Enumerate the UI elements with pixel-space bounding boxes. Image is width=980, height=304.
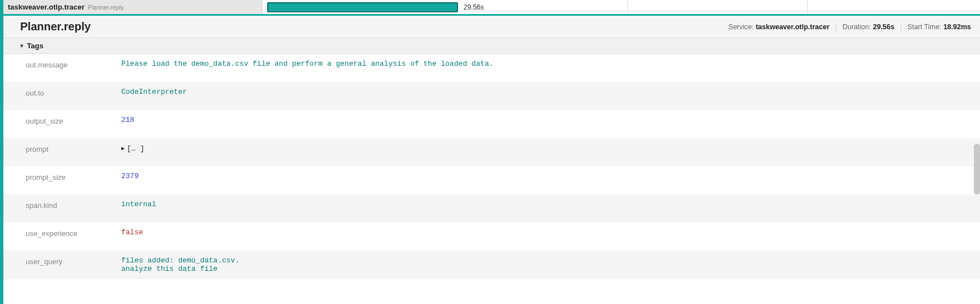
timeline-gridline <box>807 0 808 14</box>
tag-value: CodeInterpreter <box>110 88 971 96</box>
expand-json-toggle[interactable]: ▶[… ] <box>121 144 144 153</box>
tag-key: out.message <box>26 60 110 69</box>
span-operation-name: Planner.reply <box>88 4 124 11</box>
tag-key: user_query <box>26 256 110 266</box>
tag-key: output_size <box>26 116 110 125</box>
meta-separator: | <box>900 23 901 31</box>
span-row[interactable]: taskweaver.otlp.tracer Planner.reply 29.… <box>3 0 980 16</box>
tag-key: use_experience <box>26 228 110 238</box>
span-detail-title: Planner.reply <box>20 20 91 33</box>
service-value: taskweaver.otlp.tracer <box>755 23 829 31</box>
span-duration-bar <box>267 2 458 12</box>
chevron-down-icon: ▾ <box>20 42 24 49</box>
tag-row[interactable]: out.messagePlease load the demo_data.csv… <box>3 54 980 82</box>
tags-section-label: Tags <box>27 42 43 50</box>
tag-value: 2379 <box>110 172 971 180</box>
tag-row[interactable]: prompt▶[… ] <box>3 138 980 166</box>
tag-value: Please load the demo_data.csv file and p… <box>110 60 971 68</box>
span-detail-meta: Service: taskweaver.otlp.tracer | Durati… <box>729 23 971 31</box>
span-duration-text: 29.56s <box>464 3 484 11</box>
tag-value-text: internal <box>121 200 156 208</box>
timeline-gridline <box>628 0 628 14</box>
tags-list: out.messagePlease load the demo_data.csv… <box>3 54 980 304</box>
tag-value: ▶[… ] <box>110 144 971 153</box>
tags-section-toggle[interactable]: ▾ Tags <box>3 38 980 54</box>
scrollbar-thumb[interactable] <box>974 144 980 194</box>
span-label-cell[interactable]: taskweaver.otlp.tracer Planner.reply <box>3 0 263 14</box>
tag-row[interactable]: output_size218 <box>3 110 980 138</box>
triangle-right-icon: ▶ <box>121 145 125 152</box>
span-service-name: taskweaver.otlp.tracer <box>8 3 85 11</box>
span-detail-header: Planner.reply Service: taskweaver.otlp.t… <box>3 16 980 38</box>
tag-row[interactable]: use_experiencefalse <box>3 223 980 251</box>
tag-row[interactable]: user_queryfiles added: demo_data.csv. an… <box>3 251 980 279</box>
duration-label: Duration: <box>842 23 871 31</box>
tag-value-text: CodeInterpreter <box>121 88 187 96</box>
tag-value: internal <box>110 200 971 208</box>
tag-value: false <box>110 228 971 237</box>
tag-value-text: false <box>121 228 143 237</box>
tag-key: prompt <box>26 144 110 153</box>
tag-key: out.to <box>26 88 110 97</box>
meta-separator: | <box>835 23 837 31</box>
tag-row[interactable]: out.toCodeInterpreter <box>3 82 980 110</box>
tag-value-text: 2379 <box>121 172 139 180</box>
start-time-value: 18.92ms <box>944 23 971 31</box>
tag-row[interactable]: span.kindinternal <box>3 194 980 223</box>
tag-key: prompt_size <box>26 172 110 182</box>
tag-value: files added: demo_data.csv. analyze this… <box>110 256 971 273</box>
start-time-label: Start Time: <box>908 23 941 31</box>
service-label: Service: <box>729 23 754 31</box>
tag-value: 218 <box>110 116 971 124</box>
tag-value-text: 218 <box>121 116 134 124</box>
span-timeline[interactable]: 29.56s <box>263 0 980 14</box>
tag-row[interactable]: prompt_size2379 <box>3 166 980 194</box>
tag-key: span.kind <box>26 200 110 210</box>
duration-value: 29.56s <box>873 23 894 31</box>
tag-value-text: files added: demo_data.csv. analyze this… <box>121 256 240 273</box>
tag-value-text: Please load the demo_data.csv file and p… <box>121 60 493 68</box>
json-collapsed-preview: [… ] <box>127 144 144 153</box>
